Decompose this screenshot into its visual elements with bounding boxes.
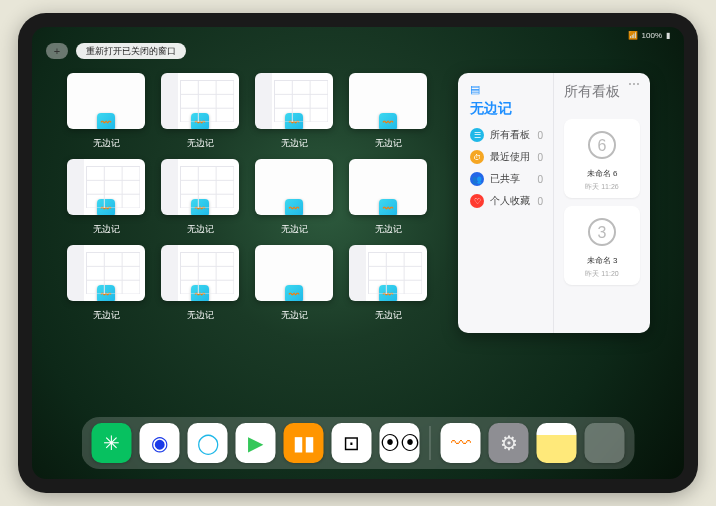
panel-nav-item[interactable]: ☰ 所有看板 0 — [470, 128, 543, 142]
window-preview: 〰 — [67, 159, 145, 215]
nav-item-icon: ☰ — [470, 128, 484, 142]
window-thumb[interactable]: 〰 无边记 — [66, 73, 146, 153]
window-thumb[interactable]: 〰 无边记 — [254, 159, 334, 239]
freeform-app-icon: 〰 — [379, 113, 397, 129]
freeform-app-icon: 〰 — [191, 285, 209, 301]
window-thumb[interactable]: 〰 无边记 — [254, 73, 334, 153]
nav-item-count: 0 — [537, 174, 543, 185]
panel-content: 所有看板 6 未命名 6 昨天 11:26 3 未命名 3 昨天 11:20 — [554, 73, 650, 333]
board-name: 未命名 6 — [587, 168, 618, 179]
dock-browser1-icon[interactable]: ◉ — [140, 423, 180, 463]
dock-freeform-icon[interactable]: 〰 — [441, 423, 481, 463]
freeform-panel: ▤ 无边记 ☰ 所有看板 0 ⏱ 最近使用 0 👥 已共享 0 ♡ 个人收藏 0… — [458, 73, 650, 333]
board-card[interactable]: 3 未命名 3 昨天 11:20 — [564, 206, 640, 285]
freeform-app-icon: 〰 — [285, 199, 303, 215]
screen: 📶 100% ▮ + 重新打开已关闭的窗口 〰 无边记 〰 无边记 〰 无边记 … — [32, 27, 684, 479]
dock: ✳◉◯▶▮▮⊡⦿⦿〰⚙ — [82, 417, 635, 469]
window-preview: 〰 — [255, 73, 333, 129]
panel-right-title: 所有看板 — [564, 83, 640, 101]
window-label: 无边记 — [187, 137, 214, 150]
battery-label: 100% — [642, 31, 662, 40]
nav-item-label: 所有看板 — [490, 128, 530, 142]
window-preview: 〰 — [255, 159, 333, 215]
window-preview: 〰 — [161, 159, 239, 215]
freeform-app-icon: 〰 — [285, 285, 303, 301]
window-thumb[interactable]: 〰 无边记 — [160, 159, 240, 239]
ipad-frame: 📶 100% ▮ + 重新打开已关闭的窗口 〰 无边记 〰 无边记 〰 无边记 … — [18, 13, 698, 493]
window-thumb[interactable]: 〰 无边记 — [66, 245, 146, 325]
workspace: 〰 无边记 〰 无边记 〰 无边记 〰 无边记 〰 无边记 〰 无边记 〰 无边… — [66, 73, 650, 409]
window-thumb[interactable]: 〰 无边记 — [160, 73, 240, 153]
svg-text:6: 6 — [598, 137, 607, 154]
dock-separator — [430, 426, 431, 460]
dock-wechat-icon[interactable]: ✳ — [92, 423, 132, 463]
reopen-closed-window-button[interactable]: 重新打开已关闭的窗口 — [76, 43, 186, 59]
freeform-app-icon: 〰 — [97, 199, 115, 215]
nav-item-label: 个人收藏 — [490, 194, 530, 208]
dock-app-library-icon[interactable] — [585, 423, 625, 463]
nav-item-label: 已共享 — [490, 172, 520, 186]
panel-nav-list: ☰ 所有看板 0 ⏱ 最近使用 0 👥 已共享 0 ♡ 个人收藏 0 — [470, 128, 543, 208]
panel-sidebar: ▤ 无边记 ☰ 所有看板 0 ⏱ 最近使用 0 👥 已共享 0 ♡ 个人收藏 0 — [458, 73, 554, 333]
window-label: 无边记 — [375, 309, 402, 322]
window-label: 无边记 — [93, 137, 120, 150]
window-label: 无边记 — [375, 223, 402, 236]
board-date: 昨天 11:26 — [585, 182, 618, 192]
dock-browser2-icon[interactable]: ◯ — [188, 423, 228, 463]
window-preview: 〰 — [161, 245, 239, 301]
sidebar-toggle-icon[interactable]: ▤ — [470, 83, 543, 96]
board-date: 昨天 11:20 — [585, 269, 618, 279]
window-label: 无边记 — [93, 223, 120, 236]
window-label: 无边记 — [375, 137, 402, 150]
nav-item-icon: ♡ — [470, 194, 484, 208]
freeform-app-icon: 〰 — [191, 113, 209, 129]
nav-item-count: 0 — [537, 152, 543, 163]
window-preview: 〰 — [67, 245, 145, 301]
dock-dots-icon[interactable]: ⦿⦿ — [380, 423, 420, 463]
window-preview: 〰 — [349, 159, 427, 215]
panel-left-title: 无边记 — [470, 100, 543, 118]
window-label: 无边记 — [187, 309, 214, 322]
freeform-app-icon: 〰 — [191, 199, 209, 215]
window-label: 无边记 — [281, 223, 308, 236]
dock-notes-icon[interactable] — [537, 423, 577, 463]
window-grid: 〰 无边记 〰 无边记 〰 无边记 〰 无边记 〰 无边记 〰 无边记 〰 无边… — [66, 73, 428, 409]
dock-books-icon[interactable]: ▮▮ — [284, 423, 324, 463]
window-thumb[interactable]: 〰 无边记 — [254, 245, 334, 325]
nav-item-label: 最近使用 — [490, 150, 530, 164]
window-thumb[interactable]: 〰 无边记 — [348, 73, 428, 153]
window-label: 无边记 — [281, 137, 308, 150]
svg-text:3: 3 — [598, 224, 607, 241]
freeform-app-icon: 〰 — [379, 199, 397, 215]
board-card[interactable]: 6 未命名 6 昨天 11:26 — [564, 119, 640, 198]
window-thumb[interactable]: 〰 无边记 — [66, 159, 146, 239]
panel-nav-item[interactable]: ♡ 个人收藏 0 — [470, 194, 543, 208]
signal-icon: 📶 — [628, 31, 638, 40]
nav-item-icon: ⏱ — [470, 150, 484, 164]
nav-item-count: 0 — [537, 130, 543, 141]
battery-icon: ▮ — [666, 31, 670, 40]
window-preview: 〰 — [349, 73, 427, 129]
status-bar: 📶 100% ▮ — [628, 31, 670, 40]
new-window-button[interactable]: + — [46, 43, 68, 59]
window-thumb[interactable]: 〰 无边记 — [348, 159, 428, 239]
board-sketch: 6 — [582, 125, 622, 165]
freeform-app-icon: 〰 — [285, 113, 303, 129]
dock-dice-icon[interactable]: ⊡ — [332, 423, 372, 463]
nav-item-icon: 👥 — [470, 172, 484, 186]
dock-play-icon[interactable]: ▶ — [236, 423, 276, 463]
freeform-app-icon: 〰 — [97, 113, 115, 129]
panel-nav-item[interactable]: 👥 已共享 0 — [470, 172, 543, 186]
board-name: 未命名 3 — [587, 255, 618, 266]
window-label: 无边记 — [187, 223, 214, 236]
window-label: 无边记 — [93, 309, 120, 322]
window-thumb[interactable]: 〰 无边记 — [160, 245, 240, 325]
window-preview: 〰 — [161, 73, 239, 129]
window-preview: 〰 — [255, 245, 333, 301]
dock-settings-icon[interactable]: ⚙ — [489, 423, 529, 463]
freeform-app-icon: 〰 — [97, 285, 115, 301]
nav-item-count: 0 — [537, 196, 543, 207]
panel-nav-item[interactable]: ⏱ 最近使用 0 — [470, 150, 543, 164]
freeform-app-icon: 〰 — [379, 285, 397, 301]
window-thumb[interactable]: 〰 无边记 — [348, 245, 428, 325]
